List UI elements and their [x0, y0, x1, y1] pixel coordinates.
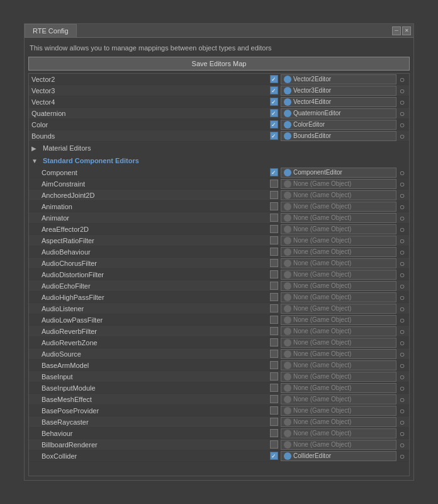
editor-field-vector4[interactable]: Vector4Editor — [281, 97, 396, 107]
editor-dot-audiolistener[interactable]: ○ — [398, 304, 407, 313]
checkbox-baseposeprovider[interactable] — [268, 405, 279, 416]
editor-dot-audiolowpassfilter[interactable]: ○ — [398, 316, 407, 324]
editor-field-basemesheffect[interactable]: None (Game Object) — [281, 394, 396, 404]
editor-dot-bounds[interactable]: ○ — [398, 132, 407, 140]
close-button[interactable]: ✕ — [402, 26, 411, 35]
checkbox-basemesheffect[interactable] — [268, 394, 279, 405]
checkbox-audioreverbfilter[interactable] — [268, 326, 279, 337]
editor-dot-basearmmodel[interactable]: ○ — [398, 361, 407, 370]
editor-dot-component[interactable]: ○ — [398, 168, 407, 177]
editor-dot-audiochorusfilter[interactable]: ○ — [398, 259, 407, 268]
editor-dot-behaviour[interactable]: ○ — [398, 429, 407, 438]
editor-field-billboardrenderer[interactable]: None (Game Object) — [281, 440, 396, 450]
editor-dot-baseinputmodule[interactable]: ○ — [398, 384, 407, 392]
editor-dot-baseinput[interactable]: ○ — [398, 372, 407, 381]
editor-dot-anchoredjoint2d[interactable]: ○ — [398, 191, 407, 200]
checkbox-bounds[interactable]: ✓ — [268, 130, 279, 142]
checkbox-color[interactable]: ✓ — [268, 119, 279, 130]
editor-field-audiosource[interactable]: None (Game Object) — [281, 349, 396, 359]
editor-field-basearmmodel[interactable]: None (Game Object) — [281, 360, 396, 370]
checkbox-audiolowpassfilter[interactable] — [268, 314, 279, 326]
checkbox-animation[interactable] — [268, 201, 279, 212]
editor-field-vector3[interactable]: Vector3Editor — [281, 86, 396, 96]
editor-field-areaeffector2d[interactable]: None (Game Object) — [281, 224, 396, 234]
checkbox-baseinput[interactable] — [268, 371, 279, 382]
editor-dot-baseraycaster[interactable]: ○ — [398, 418, 407, 427]
editor-field-behaviour[interactable]: None (Game Object) — [281, 428, 396, 438]
editor-dot-animation[interactable]: ○ — [398, 202, 407, 211]
editor-dot-audioreverbfilter[interactable]: ○ — [398, 327, 407, 336]
section-standard-editors[interactable]: ▼ Standard Component Editors — [29, 154, 409, 167]
editor-field-audioreverbzone[interactable]: None (Game Object) — [281, 338, 396, 348]
section-material-editors[interactable]: ▶ Material Editors — [29, 142, 409, 154]
checkbox-anchoredjoint2d[interactable] — [268, 190, 279, 201]
editor-dot-animator[interactable]: ○ — [398, 214, 407, 222]
editor-field-audiolowpassfilter[interactable]: None (Game Object) — [281, 315, 396, 325]
editor-field-audiochorusfilter[interactable]: None (Game Object) — [281, 258, 396, 268]
editor-dot-baseposeprovider[interactable]: ○ — [398, 406, 407, 415]
editor-dot-audioechofilter[interactable]: ○ — [398, 282, 407, 290]
editor-dot-color[interactable]: ○ — [398, 120, 407, 129]
editor-field-animation[interactable]: None (Game Object) — [281, 202, 396, 212]
editor-field-vector2[interactable]: Vector2Editor — [281, 74, 396, 84]
editor-dot-boxcollider[interactable]: ○ — [398, 452, 407, 461]
editor-field-baseinputmodule[interactable]: None (Game Object) — [281, 383, 396, 393]
checkbox-quaternion[interactable]: ✓ — [268, 108, 279, 119]
checkbox-audioreverbzone[interactable] — [268, 337, 279, 348]
editor-dot-billboardrenderer[interactable]: ○ — [398, 440, 407, 449]
editor-field-bounds[interactable]: BoundsEditor — [281, 131, 396, 141]
editor-dot-basemesheffect[interactable]: ○ — [398, 395, 407, 404]
editor-dot-audiohighpassfilter[interactable]: ○ — [398, 293, 407, 302]
editor-field-baseraycaster[interactable]: None (Game Object) — [281, 417, 396, 427]
checkbox-aimconstraint[interactable] — [268, 178, 279, 190]
checkbox-behaviour[interactable] — [268, 428, 279, 439]
editor-field-audioreverbfilter[interactable]: None (Game Object) — [281, 326, 396, 336]
editor-field-boxcollider[interactable]: ColliderEditor — [281, 451, 396, 461]
editor-field-quaternion[interactable]: QuaternionEditor — [281, 108, 396, 118]
editor-field-component[interactable]: ComponentEditor — [281, 168, 396, 178]
checkbox-audiolistener[interactable] — [268, 303, 279, 314]
checkbox-boxcollider[interactable]: ✓ — [268, 450, 279, 462]
editor-dot-vector4[interactable]: ○ — [398, 98, 407, 106]
editor-dot-aimconstraint[interactable]: ○ — [398, 180, 407, 188]
editor-field-audiolistener[interactable]: None (Game Object) — [281, 304, 396, 314]
editor-dot-audiobehaviour[interactable]: ○ — [398, 248, 407, 256]
checkbox-audiochorusfilter[interactable] — [268, 258, 279, 269]
editor-field-aimconstraint[interactable]: None (Game Object) — [281, 179, 396, 189]
editor-dot-audioreverbzone[interactable]: ○ — [398, 338, 407, 347]
editor-dot-areaeffector2d[interactable]: ○ — [398, 225, 407, 234]
checkbox-basearmmodel[interactable] — [268, 360, 279, 371]
editor-dot-aspectratiofilter[interactable]: ○ — [398, 236, 407, 245]
editor-dot-quaternion[interactable]: ○ — [398, 109, 407, 118]
editor-field-baseposeprovider[interactable]: None (Game Object) — [281, 406, 396, 416]
checkbox-areaeffector2d[interactable] — [268, 224, 279, 235]
editor-dot-audiodistortionfilter[interactable]: ○ — [398, 270, 407, 279]
editor-field-audiobehaviour[interactable]: None (Game Object) — [281, 247, 396, 257]
checkbox-vector3[interactable]: ✓ — [268, 85, 279, 96]
editor-dot-audiosource[interactable]: ○ — [398, 350, 407, 358]
editor-field-color[interactable]: ColorEditor — [281, 120, 396, 130]
editor-dot-vector3[interactable]: ○ — [398, 86, 407, 95]
minimize-button[interactable]: ─ — [392, 26, 401, 35]
checkbox-audiosource[interactable] — [268, 348, 279, 360]
checkbox-baseraycaster[interactable] — [268, 416, 279, 428]
save-editors-button[interactable]: Save Editors Map — [28, 57, 410, 71]
checkbox-audiobehaviour[interactable] — [268, 246, 279, 258]
checkbox-vector2[interactable]: ✓ — [268, 74, 279, 85]
checkbox-audioechofilter[interactable] — [268, 280, 279, 292]
checkbox-aspectratiofilter[interactable] — [268, 235, 279, 246]
editor-field-baseinput[interactable]: None (Game Object) — [281, 372, 396, 382]
editor-field-audioechofilter[interactable]: None (Game Object) — [281, 281, 396, 291]
checkbox-baseinputmodule[interactable] — [268, 382, 279, 394]
checkbox-component[interactable]: ✓ — [268, 167, 279, 178]
checkbox-audiodistortionfilter[interactable] — [268, 269, 279, 280]
checkbox-billboardrenderer[interactable] — [268, 439, 279, 450]
checkbox-animator[interactable] — [268, 212, 279, 224]
editor-field-audiodistortionfilter[interactable]: None (Game Object) — [281, 270, 396, 280]
checkbox-audiohighpassfilter[interactable] — [268, 292, 279, 303]
editor-field-anchoredjoint2d[interactable]: None (Game Object) — [281, 190, 396, 200]
list-scroll-area[interactable]: Vector2 ✓ Vector2Editor ○ Vector3 — [29, 74, 409, 476]
checkbox-vector4[interactable]: ✓ — [268, 96, 279, 108]
editor-field-animator[interactable]: None (Game Object) — [281, 213, 396, 223]
editor-dot-vector2[interactable]: ○ — [398, 75, 407, 84]
